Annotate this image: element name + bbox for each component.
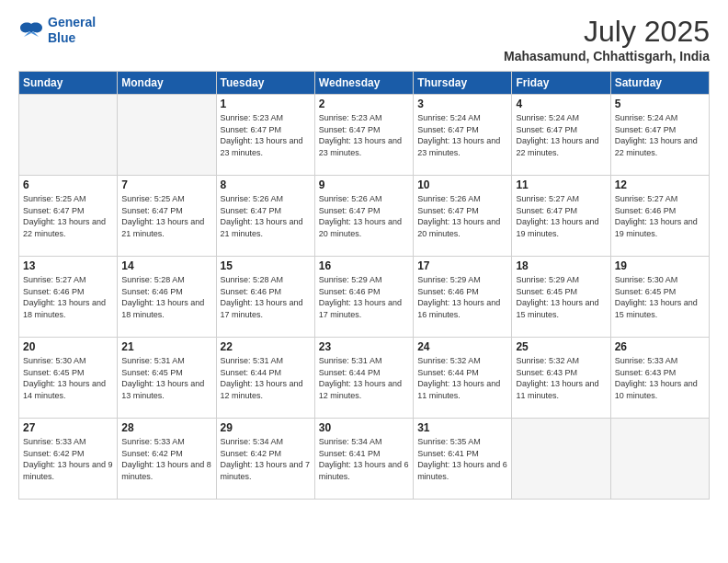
title-block: July 2025 Mahasamund, Chhattisgarh, Indi… [504,15,710,63]
day-number: 15 [221,259,311,272]
table-row [19,95,118,176]
day-number: 28 [121,421,211,434]
day-number: 10 [417,178,507,191]
table-row: 11Sunrise: 5:27 AMSunset: 6:47 PMDayligh… [512,176,610,257]
table-row: 4Sunrise: 5:24 AMSunset: 6:47 PMDaylight… [512,95,610,176]
table-row: 28Sunrise: 5:33 AMSunset: 6:42 PMDayligh… [118,419,216,500]
table-row: 1Sunrise: 5:23 AMSunset: 6:47 PMDaylight… [216,95,314,176]
month-title: July 2025 [504,15,710,49]
table-row: 14Sunrise: 5:28 AMSunset: 6:46 PMDayligh… [118,257,216,338]
day-number: 2 [319,98,409,110]
day-info: Sunrise: 5:30 AMSunset: 6:45 PMDaylight:… [615,274,705,320]
logo-text: General Blue [48,15,96,46]
table-row [512,419,610,500]
day-number: 19 [615,259,705,272]
day-number: 8 [221,178,311,191]
table-row: 25Sunrise: 5:32 AMSunset: 6:43 PMDayligh… [512,338,610,419]
day-info: Sunrise: 5:26 AMSunset: 6:47 PMDaylight:… [417,193,507,239]
day-number: 14 [121,259,211,272]
day-info: Sunrise: 5:31 AMSunset: 6:44 PMDaylight:… [319,355,409,401]
day-info: Sunrise: 5:28 AMSunset: 6:46 PMDaylight:… [221,274,311,320]
table-row [118,95,216,176]
table-row: 8Sunrise: 5:26 AMSunset: 6:47 PMDaylight… [216,176,314,257]
calendar-week-row: 13Sunrise: 5:27 AMSunset: 6:46 PMDayligh… [19,257,710,338]
calendar-week-row: 27Sunrise: 5:33 AMSunset: 6:42 PMDayligh… [19,419,710,500]
header-saturday: Saturday [610,72,709,95]
logo: General Blue [18,15,96,46]
day-info: Sunrise: 5:29 AMSunset: 6:46 PMDaylight:… [319,274,409,320]
header-wednesday: Wednesday [314,72,413,95]
header-thursday: Thursday [414,72,512,95]
table-row: 21Sunrise: 5:31 AMSunset: 6:45 PMDayligh… [118,338,216,419]
table-row: 30Sunrise: 5:34 AMSunset: 6:41 PMDayligh… [314,419,413,500]
logo-icon [18,20,44,40]
day-number: 12 [615,178,705,191]
day-number: 25 [516,340,606,353]
calendar-header-row: Sunday Monday Tuesday Wednesday Thursday… [19,72,710,95]
day-info: Sunrise: 5:27 AMSunset: 6:46 PMDaylight:… [23,274,113,320]
table-row: 9Sunrise: 5:26 AMSunset: 6:47 PMDaylight… [314,176,413,257]
day-info: Sunrise: 5:26 AMSunset: 6:47 PMDaylight:… [221,193,311,239]
page: General Blue July 2025 Mahasamund, Chhat… [0,0,728,563]
day-info: Sunrise: 5:25 AMSunset: 6:47 PMDaylight:… [23,193,113,239]
table-row: 2Sunrise: 5:23 AMSunset: 6:47 PMDaylight… [314,95,413,176]
header: General Blue July 2025 Mahasamund, Chhat… [18,15,710,63]
day-info: Sunrise: 5:23 AMSunset: 6:47 PMDaylight:… [319,112,409,158]
day-number: 3 [417,98,507,110]
day-info: Sunrise: 5:31 AMSunset: 6:45 PMDaylight:… [121,355,211,401]
day-number: 24 [417,340,507,353]
day-number: 17 [417,259,507,272]
calendar-week-row: 6Sunrise: 5:25 AMSunset: 6:47 PMDaylight… [19,176,710,257]
day-info: Sunrise: 5:23 AMSunset: 6:47 PMDaylight:… [221,112,311,158]
day-info: Sunrise: 5:33 AMSunset: 6:42 PMDaylight:… [23,436,113,482]
day-info: Sunrise: 5:31 AMSunset: 6:44 PMDaylight:… [221,355,311,401]
location: Mahasamund, Chhattisgarh, India [504,49,710,63]
day-number: 18 [516,259,606,272]
calendar-table: Sunday Monday Tuesday Wednesday Thursday… [18,71,710,500]
table-row: 5Sunrise: 5:24 AMSunset: 6:47 PMDaylight… [610,95,709,176]
table-row: 19Sunrise: 5:30 AMSunset: 6:45 PMDayligh… [610,257,709,338]
day-info: Sunrise: 5:34 AMSunset: 6:41 PMDaylight:… [319,436,409,482]
header-friday: Friday [512,72,610,95]
table-row [610,419,709,500]
day-number: 13 [23,259,113,272]
table-row: 29Sunrise: 5:34 AMSunset: 6:42 PMDayligh… [216,419,314,500]
table-row: 16Sunrise: 5:29 AMSunset: 6:46 PMDayligh… [314,257,413,338]
header-sunday: Sunday [19,72,118,95]
table-row: 20Sunrise: 5:30 AMSunset: 6:45 PMDayligh… [19,338,118,419]
day-number: 21 [121,340,211,353]
day-number: 31 [417,421,507,434]
table-row: 15Sunrise: 5:28 AMSunset: 6:46 PMDayligh… [216,257,314,338]
table-row: 31Sunrise: 5:35 AMSunset: 6:41 PMDayligh… [414,419,512,500]
table-row: 17Sunrise: 5:29 AMSunset: 6:46 PMDayligh… [414,257,512,338]
day-number: 26 [615,340,705,353]
day-number: 1 [221,98,311,110]
day-info: Sunrise: 5:26 AMSunset: 6:47 PMDaylight:… [319,193,409,239]
day-number: 6 [23,178,113,191]
day-number: 4 [516,98,606,110]
table-row: 24Sunrise: 5:32 AMSunset: 6:44 PMDayligh… [414,338,512,419]
day-info: Sunrise: 5:32 AMSunset: 6:43 PMDaylight:… [516,355,606,401]
day-info: Sunrise: 5:29 AMSunset: 6:46 PMDaylight:… [417,274,507,320]
day-info: Sunrise: 5:32 AMSunset: 6:44 PMDaylight:… [417,355,507,401]
day-number: 5 [615,98,705,110]
day-number: 23 [319,340,409,353]
day-info: Sunrise: 5:24 AMSunset: 6:47 PMDaylight:… [516,112,606,158]
table-row: 26Sunrise: 5:33 AMSunset: 6:43 PMDayligh… [610,338,709,419]
day-number: 27 [23,421,113,434]
table-row: 10Sunrise: 5:26 AMSunset: 6:47 PMDayligh… [414,176,512,257]
day-info: Sunrise: 5:33 AMSunset: 6:43 PMDaylight:… [615,355,705,401]
calendar-week-row: 1Sunrise: 5:23 AMSunset: 6:47 PMDaylight… [19,95,710,176]
table-row: 7Sunrise: 5:25 AMSunset: 6:47 PMDaylight… [118,176,216,257]
day-number: 9 [319,178,409,191]
table-row: 3Sunrise: 5:24 AMSunset: 6:47 PMDaylight… [414,95,512,176]
day-info: Sunrise: 5:25 AMSunset: 6:47 PMDaylight:… [121,193,211,239]
day-info: Sunrise: 5:30 AMSunset: 6:45 PMDaylight:… [23,355,113,401]
logo-general: General [48,15,96,29]
table-row: 22Sunrise: 5:31 AMSunset: 6:44 PMDayligh… [216,338,314,419]
day-number: 16 [319,259,409,272]
calendar-week-row: 20Sunrise: 5:30 AMSunset: 6:45 PMDayligh… [19,338,710,419]
logo-blue: Blue [48,30,75,45]
day-info: Sunrise: 5:29 AMSunset: 6:45 PMDaylight:… [516,274,606,320]
day-info: Sunrise: 5:27 AMSunset: 6:46 PMDaylight:… [615,193,705,239]
